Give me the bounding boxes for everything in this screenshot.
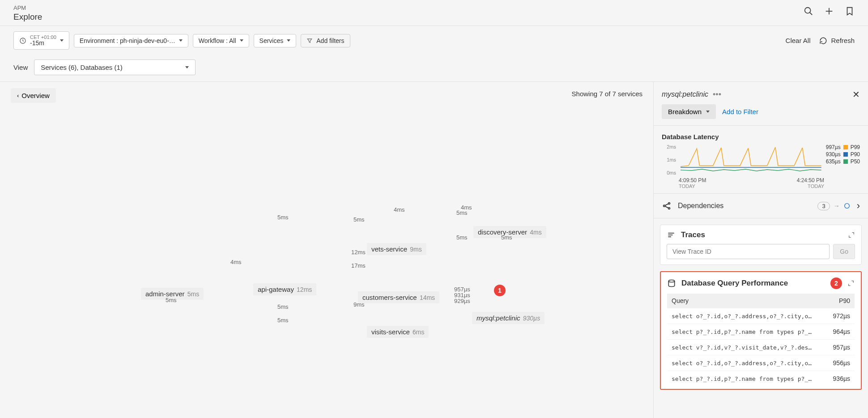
ytick: 1ms <box>662 157 676 162</box>
svg-point-6 <box>664 205 665 207</box>
edge-label: 5ms <box>456 234 468 241</box>
clock-icon <box>19 37 26 44</box>
time-range-picker[interactable]: CET +01:00 -15m <box>13 31 69 50</box>
clear-all-button[interactable]: Clear All <box>786 37 811 44</box>
svg-line-1 <box>810 13 813 15</box>
services-filter[interactable]: Services <box>254 34 297 47</box>
breadcrumb[interactable]: APM <box>13 4 855 11</box>
chevron-right-icon[interactable]: › <box>857 200 860 212</box>
deps-count: 3 <box>817 202 830 210</box>
latency-title: Database Latency <box>662 133 860 141</box>
edge-label: 5ms <box>501 234 512 241</box>
page-title: Explore <box>13 12 855 22</box>
service-map-canvas[interactable]: ‹ Overview Showing 7 of 7 services <box>0 82 653 418</box>
database-latency-section: Database Latency 2ms 1ms 0ms 997µsP99 93… <box>654 125 868 194</box>
col-p90[interactable]: P90 <box>822 294 855 308</box>
svg-point-7 <box>668 203 670 205</box>
database-query-performance-card: Database Query Performance 2 Query P90 s… <box>660 271 862 390</box>
edge-label: 5ms <box>353 216 365 223</box>
panel-title: mysql:petclinic <box>662 90 708 98</box>
breakdown-button[interactable]: Breakdown <box>662 104 716 119</box>
add-filters-button[interactable]: Add filters <box>301 34 350 47</box>
table-row[interactable]: select v?_?.id,v?_?.visit_date,v?_?.des…… <box>667 340 855 355</box>
svg-point-15 <box>668 280 674 282</box>
col-query[interactable]: Query <box>667 294 822 308</box>
chevron-down-icon <box>706 111 710 113</box>
edge-label: 929µs <box>454 298 470 304</box>
chevron-down-icon <box>287 39 290 42</box>
share-icon <box>662 201 672 211</box>
bookmark-icon[interactable] <box>845 6 855 17</box>
dqp-title: Database Query Performance <box>681 279 825 288</box>
latency-sparkline[interactable] <box>681 144 821 175</box>
filter-icon <box>306 38 313 44</box>
svg-point-0 <box>805 8 811 13</box>
edge-label: 12ms <box>351 249 366 256</box>
edge-label: 4ms <box>394 206 405 213</box>
edge-label: 17ms <box>351 262 366 269</box>
search-icon[interactable] <box>804 6 813 17</box>
environment-filter[interactable]: Environment : ph-ninja-dev-eu0-… <box>74 34 188 47</box>
table-row[interactable]: select p?_?.id,p?_?.name from types p?_…… <box>667 371 855 387</box>
page-header: APM Explore <box>0 0 868 26</box>
time-start: 4:09:50 PM <box>679 177 706 183</box>
edge-label: 5ms <box>277 214 289 221</box>
service-graph[interactable] <box>0 82 134 149</box>
node-label-mysql[interactable]: mysql:petclinic 930µs <box>472 312 545 324</box>
time-end: 4:24:50 PM <box>797 177 824 183</box>
chevron-down-icon <box>240 39 243 42</box>
svg-point-11 <box>844 204 849 209</box>
legend-name: P99 <box>851 144 860 150</box>
range-label: -15m <box>30 40 56 47</box>
showing-count: Showing 7 of 7 services <box>572 90 642 98</box>
add-icon[interactable] <box>824 6 834 17</box>
chevron-down-icon <box>179 39 183 42</box>
deps-title: Dependencies <box>678 202 811 210</box>
view-select[interactable]: Services (6), Databases (1) <box>34 60 196 75</box>
time-today: TODAY <box>679 183 706 189</box>
deps-diagram-icon: 3 → <box>817 202 850 210</box>
edge-label: 5ms <box>277 317 289 324</box>
annotation-2: 2 <box>830 277 842 289</box>
chevron-down-icon <box>185 66 189 68</box>
latency-legend: 997µsP99 930µsP90 635µsP50 <box>826 144 860 175</box>
workflow-filter[interactable]: Workflow : All <box>193 34 249 47</box>
add-to-filter-link[interactable]: Add to Filter <box>722 108 758 115</box>
chevron-down-icon <box>60 39 64 42</box>
refresh-icon <box>819 37 827 45</box>
legend-val: 930µs <box>826 151 841 158</box>
go-button[interactable]: Go <box>833 244 855 259</box>
node-label-visits-service[interactable]: visits-service 6ms <box>367 326 429 338</box>
legend-val: 635µs <box>826 158 841 165</box>
expand-icon[interactable] <box>847 280 855 287</box>
trace-id-input[interactable] <box>667 244 830 259</box>
edge-label: 9ms <box>353 301 365 308</box>
svg-line-9 <box>665 204 668 206</box>
list-icon <box>667 230 676 239</box>
view-label: View <box>13 64 28 71</box>
annotation-1: 1 <box>494 285 506 296</box>
svg-point-8 <box>668 208 670 209</box>
table-row[interactable]: select p?_?.id,p?_?.name from types p?_…… <box>667 324 855 340</box>
node-label-customers-service[interactable]: customers-service 14ms <box>358 291 439 303</box>
close-icon[interactable]: ✕ <box>852 89 860 100</box>
traces-title: Traces <box>681 230 842 239</box>
table-row[interactable]: select o?_?.id,o?_?.address,o?_?.city,o…… <box>667 355 855 371</box>
ytick: 0ms <box>662 170 676 175</box>
svg-line-10 <box>665 206 668 208</box>
node-label-vets-service[interactable]: vets-service 9ms <box>367 243 426 255</box>
legend-val: 997µs <box>826 144 841 150</box>
view-bar: View Services (6), Databases (1) <box>0 55 868 82</box>
dependencies-section[interactable]: Dependencies 3 → › <box>654 194 868 218</box>
node-label-api-gateway[interactable]: api-gateway 12ms <box>253 283 316 295</box>
legend-name: P90 <box>851 151 860 158</box>
edge-label: 5ms <box>277 303 289 310</box>
refresh-button[interactable]: Refresh <box>819 37 855 45</box>
legend-name: P50 <box>851 158 860 165</box>
time-today: TODAY <box>797 183 824 189</box>
filter-bar: CET +01:00 -15m Environment : ph-ninja-d… <box>0 26 868 55</box>
more-icon[interactable]: ••• <box>713 93 721 97</box>
edge-label: 4ms <box>230 259 242 265</box>
table-row[interactable]: select o?_?.id,o?_?.address,o?_?.city,o…… <box>667 308 855 324</box>
expand-icon[interactable] <box>848 231 855 239</box>
